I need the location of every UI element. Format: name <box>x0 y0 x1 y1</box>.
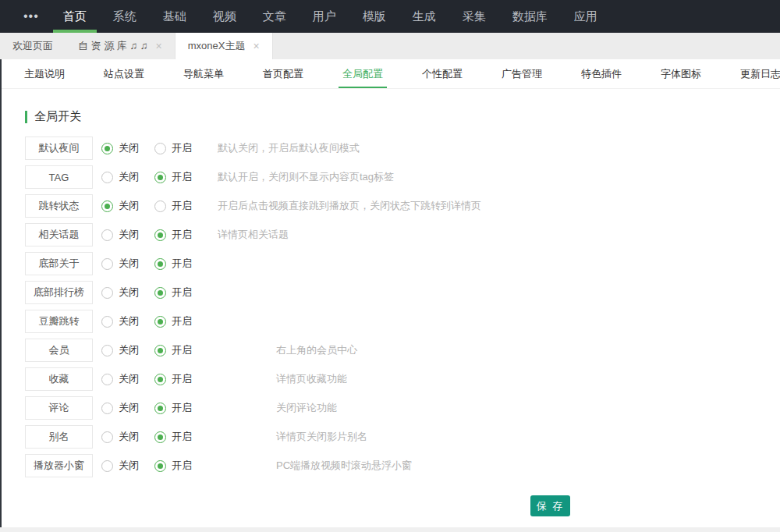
setting-label-button[interactable]: 别名 <box>25 425 93 449</box>
setting-label-button[interactable]: 底部排行榜 <box>25 281 93 304</box>
radio-option-on[interactable]: 开启 <box>154 170 207 184</box>
subnav-tab[interactable]: 字体图标 <box>657 59 705 88</box>
setting-description: 详情页相关话题 <box>218 228 289 242</box>
radio-circle-icon <box>154 258 166 270</box>
navbar-item[interactable]: 模版 <box>349 0 399 33</box>
subnav-tab[interactable]: 站点设置 <box>100 59 148 88</box>
radio-on-label: 开启 <box>172 257 192 271</box>
setting-label-button[interactable]: 相关话题 <box>25 223 93 246</box>
radio-option-off[interactable]: 关闭 <box>101 430 154 444</box>
radio-option-off[interactable]: 关闭 <box>101 199 154 213</box>
setting-label-button[interactable]: 会员 <box>25 339 93 362</box>
radio-circle-icon <box>154 460 166 472</box>
radio-on-label: 开启 <box>172 343 192 357</box>
radio-option-on[interactable]: 开启 <box>154 372 207 386</box>
radio-group: 关闭 开启 <box>101 372 207 386</box>
radio-option-off[interactable]: 关闭 <box>101 286 154 300</box>
radio-option-off[interactable]: 关闭 <box>101 314 154 328</box>
save-button[interactable]: 保 存 <box>530 495 570 516</box>
setting-row: 播放器小窗 关闭 开启 PC端播放视频时滚动悬浮小窗 <box>25 454 780 477</box>
setting-label-button[interactable]: 默认夜间 <box>25 137 93 160</box>
navbar-item[interactable]: 视频 <box>200 0 250 33</box>
radio-option-on[interactable]: 开启 <box>154 430 207 444</box>
radio-circle-icon <box>101 403 113 414</box>
radio-option-off[interactable]: 关闭 <box>101 401 154 415</box>
subnav-tab[interactable]: 导航菜单 <box>179 59 228 88</box>
radio-off-label: 关闭 <box>119 343 139 357</box>
radio-off-label: 关闭 <box>119 141 139 155</box>
subnav-tab-label: 字体图标 <box>661 67 701 81</box>
tab-label: 欢迎页面 <box>12 39 53 53</box>
tab[interactable]: 欢迎页面 <box>0 33 66 59</box>
radio-option-off[interactable]: 关闭 <box>101 257 154 271</box>
tab[interactable]: mxoneX主题 × <box>175 33 273 59</box>
subnav-tab[interactable]: 全局配置 <box>339 59 387 88</box>
subnav-tab[interactable]: 更新日志 <box>736 59 780 88</box>
radio-option-on[interactable]: 开启 <box>154 343 207 357</box>
radio-option-on[interactable]: 开启 <box>154 199 207 213</box>
navbar-item[interactable]: 文章 <box>250 0 300 33</box>
radio-on-label: 开启 <box>172 170 192 184</box>
radio-option-on[interactable]: 开启 <box>154 286 207 300</box>
radio-off-label: 关闭 <box>119 372 139 386</box>
radio-option-off[interactable]: 关闭 <box>101 372 154 386</box>
setting-row: 别名 关闭 开启 详情页关闭影片别名 <box>25 425 780 449</box>
subnav-tab[interactable]: 个性配置 <box>418 59 466 88</box>
navbar-item[interactable]: 系统 <box>100 0 150 33</box>
setting-label-button[interactable]: 豆瓣跳转 <box>25 310 93 333</box>
navbar-item[interactable]: 应用 <box>561 0 611 33</box>
radio-option-on[interactable]: 开启 <box>154 459 207 473</box>
radio-circle-icon <box>101 345 113 356</box>
navbar-item[interactable]: 采集 <box>449 0 499 33</box>
radio-option-on[interactable]: 开启 <box>154 228 207 242</box>
radio-option-off[interactable]: 关闭 <box>101 141 154 155</box>
tab[interactable]: 自 资 源 库 ♫ ♫ × <box>66 33 175 59</box>
subnav-tab-label: 特色插件 <box>581 67 622 81</box>
setting-label-button[interactable]: 跳转状态 <box>25 194 93 218</box>
radio-circle-icon <box>154 316 166 328</box>
subnav-tab[interactable]: 首页配置 <box>259 59 307 88</box>
radio-group: 关闭 开启 <box>101 228 207 242</box>
radio-group: 关闭 开启 <box>101 401 207 415</box>
more-menu-icon[interactable]: ••• <box>12 0 50 33</box>
radio-option-on[interactable]: 开启 <box>154 257 207 271</box>
navbar-item-label: 模版 <box>363 9 386 24</box>
radio-off-label: 关闭 <box>119 286 139 300</box>
radio-group: 关闭 开启 <box>101 314 207 328</box>
setting-label-button[interactable]: 播放器小窗 <box>25 454 93 477</box>
tab-close-icon[interactable]: × <box>156 41 162 51</box>
setting-label-button[interactable]: 收藏 <box>25 367 93 391</box>
navbar-item[interactable]: 用户 <box>300 0 349 33</box>
navbar-item-label: 首页 <box>63 9 87 24</box>
global-settings-main: 全局开关 默认夜间 关闭 开启 默认关闭，开启后默 <box>2 89 780 516</box>
navbar-item[interactable]: 基础 <box>150 0 200 33</box>
setting-label-button[interactable]: 评论 <box>25 396 93 420</box>
radio-option-off[interactable]: 关闭 <box>101 343 154 357</box>
radio-option-off[interactable]: 关闭 <box>101 170 154 184</box>
section-title: 全局开关 <box>25 109 780 124</box>
content-panel: 主题说明 站点设置 导航菜单 首页配置 全局配置 个性配置 广告管理 特色插件 … <box>0 59 780 527</box>
radio-option-on[interactable]: 开启 <box>154 401 207 415</box>
setting-row: 收藏 关闭 开启 详情页收藏功能 <box>25 367 780 391</box>
setting-label-button[interactable]: TAG <box>25 165 93 189</box>
navbar-item[interactable]: 首页 <box>50 0 100 33</box>
radio-option-on[interactable]: 开启 <box>154 141 207 155</box>
radio-option-off[interactable]: 关闭 <box>101 459 154 473</box>
radio-circle-icon <box>154 287 166 299</box>
subnav-tab[interactable]: 广告管理 <box>498 59 546 88</box>
radio-circle-icon <box>101 172 113 183</box>
subnav-tab[interactable]: 特色插件 <box>577 59 626 88</box>
radio-off-label: 关闭 <box>119 401 139 415</box>
radio-on-label: 开启 <box>172 459 192 473</box>
navbar-item[interactable]: 数据库 <box>499 0 561 33</box>
subnav-tab[interactable]: 主题说明 <box>20 59 69 88</box>
setting-label-button[interactable]: 底部关于 <box>25 252 93 275</box>
navbar-item[interactable]: 生成 <box>399 0 449 33</box>
radio-circle-icon <box>154 374 166 385</box>
radio-option-on[interactable]: 开启 <box>154 314 207 328</box>
save-button-area: 保 存 <box>530 495 780 516</box>
tab-close-icon[interactable]: × <box>253 41 259 51</box>
radio-off-label: 关闭 <box>119 228 139 242</box>
radio-option-off[interactable]: 关闭 <box>101 228 154 242</box>
navbar-item-label: 系统 <box>113 9 136 24</box>
